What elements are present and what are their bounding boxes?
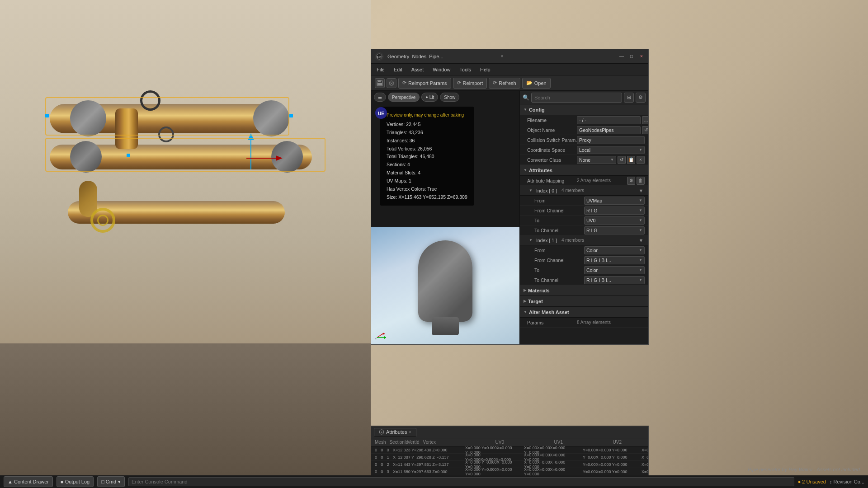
index0-member-count: 4 members [561,188,584,193]
svg-marker-17 [384,336,386,339]
svg-text:A: A [381,431,382,434]
object-name-row: Object Name ↺ [520,125,648,135]
lit-button[interactable]: ● Lit [421,93,438,102]
attr-settings-button[interactable]: ⚙ [627,177,635,185]
close-button[interactable]: × [638,53,645,60]
index1-from-dropdown[interactable]: Color ▼ [584,246,645,254]
revision-button[interactable]: ↕ Revision Co... [830,479,864,484]
unsaved-indicator: ● 2 Unsaved [798,479,826,484]
converter-class-dropdown[interactable]: None ▼ [577,156,616,164]
svg-line-14 [377,333,384,338]
perspective-button[interactable]: Perspective [388,93,420,102]
index0-from-label: From [534,198,584,203]
index1-from-row: From Color ▼ [520,245,648,255]
index1-to-channel-dropdown[interactable]: R I G I B I... ▼ [584,276,645,284]
total-triangle-count: Total Triangles: 46,480 [387,153,467,161]
attribute-mapping-row: Attribute Mapping 2 Array elements ⚙ 🗑 [520,176,648,186]
search-input[interactable] [531,93,622,103]
attributes-tab[interactable]: A Attributes × [374,428,416,437]
open-button[interactable]: 📂 Open [522,78,551,89]
menu-help[interactable]: Help [478,66,492,73]
content-drawer-button[interactable]: ▲ Content Drawer [4,476,53,487]
index0-to-channel-dropdown[interactable]: R I G ▼ [584,226,645,235]
reimport-icon: ⟳ [457,80,461,86]
index0-to-dropdown[interactable]: UV0 ▼ [584,216,645,225]
grid-view-button[interactable]: ⊞ [624,93,634,103]
index0-from-channel-dropdown[interactable]: R I G ▼ [584,206,645,215]
size-info: Size: X=115.463 Y=652.195 Z=69.309 [387,193,467,202]
attributes-tab-close[interactable]: × [409,430,411,434]
index1-member-count: 4 members [561,238,584,243]
browse-button[interactable] [387,78,396,88]
converter-x-button[interactable]: × [637,156,645,164]
index0-expand-button[interactable]: ▼ [637,187,645,194]
attr-trash-button[interactable]: 🗑 [637,177,645,185]
index1-to-dropdown[interactable]: Color ▼ [584,266,645,274]
converter-class-row: Converter Class None ▼ ↺ 📋 × [520,155,648,165]
index0-from-row: From UVMap ▼ [520,196,648,206]
index1-header[interactable]: ▼ Index [ 1 ] 4 members ▼ [520,235,648,245]
menu-window[interactable]: Window [431,66,452,73]
index1-arrow: ▼ [529,238,533,242]
close-tab-button[interactable]: × [501,54,504,59]
index0-from-channel-label: From Channel [534,208,584,213]
instance-count: Instances: 36 [387,137,467,145]
index1-to-channel-row: To Channel R I G I B I... ▼ [520,275,648,285]
menu-file[interactable]: File [375,66,387,73]
attributes-section-header[interactable]: ▼ Attributes [520,165,648,176]
attr-col-uv2: UV2 [611,440,648,445]
attribute-mapping-count: 2 Array elements [577,178,626,183]
index1-to-label: To [534,267,584,273]
materials-section-header[interactable]: ▶ Materials [520,285,648,296]
cmd-button[interactable]: □ Cmd ▾ [97,476,125,487]
alter-mesh-arrow: ▼ [524,310,527,314]
total-vertex-count: Total Vertices: 26,056 [387,145,467,153]
index0-header[interactable]: ▼ Index [ 0 ] 4 members ▼ [520,186,648,196]
filename-row: Filename ... ↺ [520,115,648,125]
ue-logo: UE [375,52,384,61]
index0-from-dropdown[interactable]: UVMap ▼ [584,197,645,205]
object-name-input[interactable] [577,126,641,134]
maximize-button[interactable]: □ [628,53,635,60]
attr-col-vertex-pos: Vertex [421,440,494,445]
lit-icon: ● [425,95,428,99]
converter-refresh-button[interactable]: ↺ [618,156,626,164]
reimport-button[interactable]: ⟳ Reimport [453,78,487,89]
collision-switch-input[interactable] [577,136,645,144]
console-input[interactable] [128,477,794,486]
menu-edit[interactable]: Edit [392,66,404,73]
reimport-params-icon: ⟳ [402,80,406,86]
refresh-button[interactable]: ⟳ Refresh [489,78,520,89]
show-button[interactable]: Show [440,93,459,102]
viewport-menu-button[interactable]: ☰ [374,93,386,102]
attributes-tab-icon: A [379,429,384,435]
filename-dots-button[interactable]: ... [642,116,648,124]
section-count: Sections: 4 [387,161,467,169]
output-log-button[interactable]: ■ Output Log [57,476,94,487]
triangle-count: Triangles: 43,236 [387,129,467,137]
coordinate-space-dropdown[interactable]: Local ▼ [577,146,645,154]
object-name-reset-button[interactable]: ↺ [642,126,648,134]
refresh-icon: ⟳ [493,80,497,86]
index1-from-channel-dropdown[interactable]: R I G I B I... ▼ [584,256,645,264]
filename-input[interactable] [577,116,641,124]
index1-expand-button[interactable]: ▼ [637,237,645,244]
save-button[interactable] [375,78,385,88]
minimize-button[interactable]: — [618,53,625,60]
index0-to-row: To UV0 ▼ [520,216,648,225]
converter-class-label: Converter Class [527,157,577,163]
menu-tools[interactable]: Tools [458,66,473,73]
menu-icon: ☰ [378,95,382,100]
config-section-header[interactable]: ▼ Config [520,104,648,115]
target-section-header[interactable]: ▶ Target [520,296,648,307]
reimport-params-button[interactable]: ⟳ Reimport Params [398,78,451,89]
converter-class-arrow: ▼ [610,158,614,162]
attribute-mapping-label: Attribute Mapping [527,178,577,183]
settings-button[interactable]: ⚙ [636,93,646,103]
converter-copy-button[interactable]: 📋 [627,156,635,164]
index0-from-channel-row: From Channel R I G ▼ UVMap [520,206,648,216]
filename-label: Filename [527,117,577,123]
menu-asset[interactable]: Asset [410,66,426,73]
svg-text:UE: UE [378,111,384,116]
alter-mesh-section-header[interactable]: ▼ Alter Mesh Asset [520,307,648,318]
